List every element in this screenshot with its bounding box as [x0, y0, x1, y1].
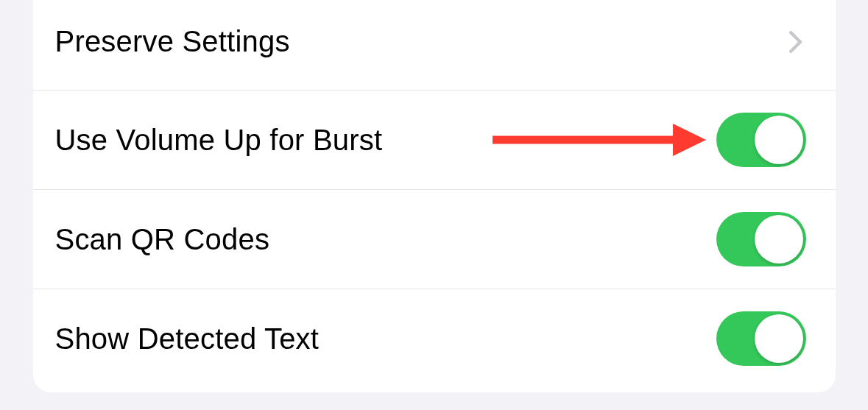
scan-qr-codes-row: Scan QR Codes [33, 189, 836, 289]
volume-up-burst-label: Use Volume Up for Burst [55, 124, 383, 157]
show-detected-text-label: Show Detected Text [55, 322, 320, 356]
toggle-knob [755, 215, 803, 264]
row-right [716, 212, 806, 266]
svg-marker-1 [673, 124, 706, 156]
row-right [716, 113, 806, 167]
highlight-arrow-icon [493, 118, 706, 162]
show-detected-text-row: Show Detected Text [33, 289, 836, 388]
chevron-right-icon [786, 26, 806, 58]
toggle-knob [755, 314, 803, 363]
row-right [716, 311, 806, 366]
scan-qr-codes-toggle[interactable] [716, 212, 806, 266]
preserve-settings-label: Preserve Settings [55, 25, 290, 58]
toggle-knob [755, 116, 803, 164]
row-right [786, 26, 806, 58]
show-detected-text-toggle[interactable] [716, 311, 806, 366]
volume-up-burst-row: Use Volume Up for Burst [33, 90, 836, 189]
volume-up-burst-toggle[interactable] [716, 113, 806, 167]
preserve-settings-row[interactable]: Preserve Settings [33, 0, 836, 90]
settings-panel: Preserve Settings Use Volume Up for Burs… [33, 0, 836, 392]
scan-qr-codes-label: Scan QR Codes [55, 223, 270, 256]
